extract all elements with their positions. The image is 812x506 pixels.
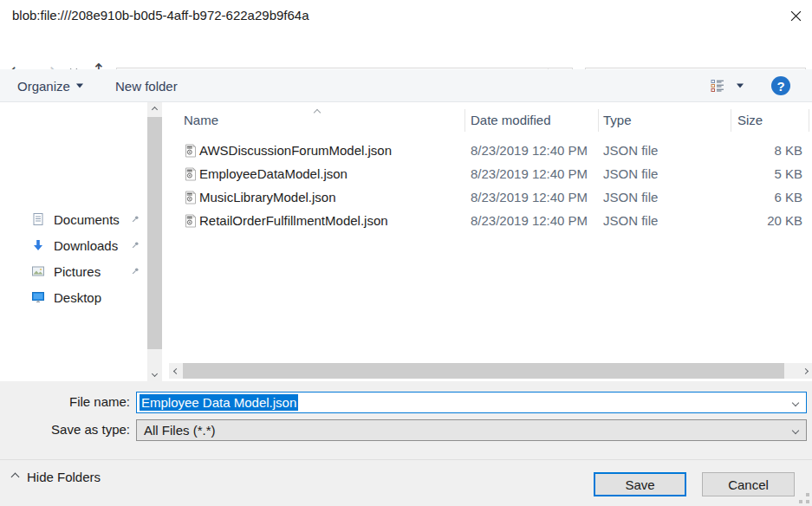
pin-icon bbox=[130, 214, 140, 224]
button-bar: Hide Folders Save Cancel bbox=[0, 459, 812, 506]
file-row[interactable]: JSON RetailOrderFulfillmentModel.json 8/… bbox=[169, 209, 812, 232]
chevron-up-icon bbox=[11, 473, 20, 482]
file-row[interactable]: JSON EmployeeDataModel.json 8/23/2019 12… bbox=[169, 162, 812, 185]
save-as-type-label: Save as type: bbox=[0, 422, 130, 437]
view-options-dropdown[interactable] bbox=[737, 83, 744, 88]
title-bar: blob:file:///208e910b-b0d5-4aff-b972-622… bbox=[0, 0, 812, 31]
scrollbar-thumb[interactable] bbox=[183, 363, 784, 379]
sidebar-item-downloads[interactable]: Downloads bbox=[0, 232, 147, 258]
file-browser: Documents Downloads Pictures Desktop One… bbox=[0, 102, 812, 381]
save-as-dialog: blob:file:///208e910b-b0d5-4aff-b972-622… bbox=[0, 0, 812, 506]
svg-text:JSON: JSON bbox=[187, 146, 193, 149]
scroll-right-button[interactable] bbox=[798, 363, 812, 379]
sidebar-item-desktop[interactable]: Desktop bbox=[0, 284, 147, 310]
dialog-footer: File name: Employee Data Model.json Save… bbox=[0, 381, 812, 506]
window-title: blob:file:///208e910b-b0d5-4aff-b972-622… bbox=[12, 8, 309, 23]
file-name-label: File name: bbox=[0, 394, 130, 409]
sidebar-scrollbar bbox=[147, 102, 162, 381]
json-file-icon: JSON bbox=[184, 167, 198, 181]
dropdown-arrow-icon bbox=[737, 83, 744, 88]
scroll-up-button[interactable] bbox=[147, 102, 162, 117]
dropdown-arrow-icon bbox=[76, 83, 83, 88]
file-date-modified: 8/23/2019 12:40 PM bbox=[471, 143, 588, 158]
save-as-type-dropdown-icon[interactable] bbox=[793, 428, 798, 433]
organize-label: Organize bbox=[17, 78, 70, 93]
downloads-icon bbox=[31, 238, 45, 252]
file-size: 6 KB bbox=[690, 190, 802, 204]
desktop-icon bbox=[31, 290, 45, 304]
file-size: 20 KB bbox=[690, 213, 802, 228]
documents-icon bbox=[31, 212, 45, 226]
file-size: 8 KB bbox=[690, 143, 802, 158]
sidebar-item-label: Pictures bbox=[54, 264, 101, 279]
save-as-type-value: All Files (*.*) bbox=[144, 423, 216, 438]
pin-icon bbox=[130, 240, 140, 250]
save-as-type-select[interactable]: All Files (*.*) bbox=[136, 419, 807, 441]
column-divider bbox=[809, 109, 809, 132]
chevron-down-icon bbox=[152, 371, 158, 377]
pin-icon bbox=[130, 266, 140, 276]
sort-ascending-icon bbox=[315, 103, 320, 118]
chevron-right-icon bbox=[802, 367, 808, 373]
column-header-size[interactable]: Size bbox=[737, 109, 763, 132]
close-button[interactable] bbox=[784, 5, 807, 26]
scroll-left-button[interactable] bbox=[169, 363, 183, 379]
json-file-icon: JSON bbox=[184, 214, 198, 228]
scroll-down-button[interactable] bbox=[147, 367, 162, 381]
hide-folders-button[interactable]: Hide Folders bbox=[12, 470, 101, 484]
file-type: JSON file bbox=[603, 190, 658, 204]
organize-button[interactable]: Organize bbox=[17, 78, 83, 93]
details-view-icon bbox=[711, 79, 728, 93]
file-name: AWSDiscussionForumModel.json bbox=[199, 143, 392, 158]
navigation-bar: ← → ↑ This PC OSDisk (C:) models bbox=[0, 31, 812, 69]
file-name: MusicLibraryModel.json bbox=[199, 190, 336, 204]
close-icon bbox=[790, 10, 802, 22]
new-folder-label: New folder bbox=[115, 78, 178, 93]
sidebar-item-label: Desktop bbox=[54, 290, 101, 305]
column-divider bbox=[598, 109, 599, 132]
view-options-button[interactable] bbox=[711, 79, 728, 93]
file-type: JSON file bbox=[603, 213, 658, 228]
file-name: EmployeeDataModel.json bbox=[199, 166, 348, 181]
column-header-name[interactable]: Name bbox=[184, 109, 218, 132]
column-divider bbox=[464, 109, 465, 132]
help-button[interactable]: ? bbox=[771, 76, 790, 95]
file-name-input[interactable]: Employee Data Model.json bbox=[136, 392, 807, 413]
chevron-up-icon bbox=[152, 107, 158, 113]
chevron-left-icon bbox=[172, 367, 179, 373]
column-header-date-modified[interactable]: Date modified bbox=[471, 109, 551, 132]
sidebar-item-label: Documents bbox=[54, 212, 120, 227]
navigation-pane: Documents Downloads Pictures Desktop One… bbox=[0, 102, 147, 381]
save-button[interactable]: Save bbox=[594, 472, 686, 496]
command-toolbar: Organize New folder ? bbox=[0, 69, 812, 102]
sidebar-item-pictures[interactable]: Pictures bbox=[0, 258, 147, 284]
sidebar-item-documents[interactable]: Documents bbox=[0, 206, 147, 232]
json-file-icon: JSON bbox=[184, 144, 198, 158]
json-file-icon: JSON bbox=[184, 191, 198, 204]
file-date-modified: 8/23/2019 12:40 PM bbox=[471, 190, 588, 204]
file-row[interactable]: JSON AWSDiscussionForumModel.json 8/23/2… bbox=[169, 139, 812, 162]
pictures-icon bbox=[31, 264, 45, 278]
svg-text:JSON: JSON bbox=[187, 170, 193, 172]
file-row[interactable]: JSON MusicLibraryModel.json 8/23/2019 12… bbox=[169, 185, 812, 209]
help-label: ? bbox=[776, 79, 784, 94]
column-header-type[interactable]: Type bbox=[603, 109, 632, 132]
file-date-modified: 8/23/2019 12:40 PM bbox=[471, 166, 588, 181]
cancel-button[interactable]: Cancel bbox=[702, 472, 795, 496]
horizontal-scrollbar bbox=[169, 363, 812, 379]
file-size: 5 KB bbox=[690, 166, 802, 181]
file-list: Name Date modified Type Size JSON AWSDis… bbox=[169, 102, 812, 381]
file-name-dropdown-icon[interactable] bbox=[793, 400, 798, 405]
sidebar-item-label: Downloads bbox=[54, 238, 118, 253]
new-folder-button[interactable]: New folder bbox=[115, 78, 178, 93]
file-type: JSON file bbox=[603, 143, 658, 158]
column-divider bbox=[731, 109, 731, 132]
svg-text:JSON: JSON bbox=[187, 217, 193, 219]
file-date-modified: 8/23/2019 12:40 PM bbox=[471, 213, 588, 228]
file-name-selected-text: Employee Data Model.json bbox=[140, 394, 298, 411]
svg-text:JSON: JSON bbox=[187, 193, 193, 196]
file-type: JSON file bbox=[603, 166, 658, 181]
resize-grip[interactable] bbox=[799, 493, 809, 503]
scrollbar-thumb[interactable] bbox=[147, 117, 162, 349]
hide-folders-label: Hide Folders bbox=[27, 470, 101, 484]
